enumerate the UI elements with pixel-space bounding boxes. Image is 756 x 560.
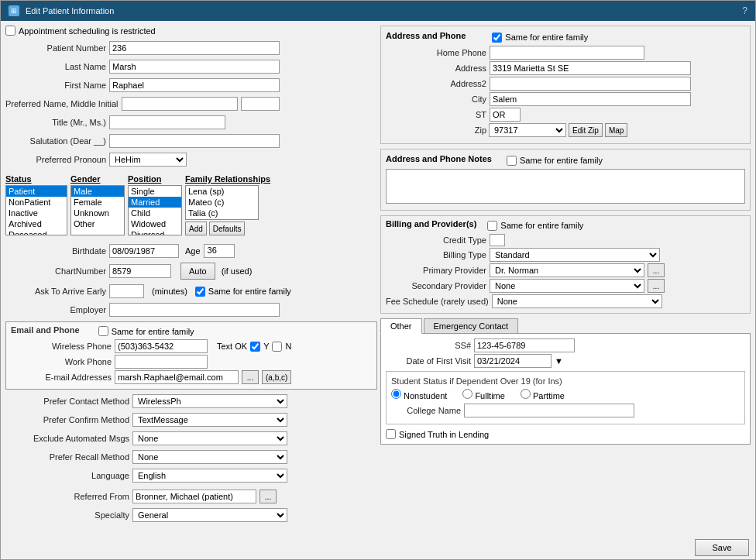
primary-provider-ellipsis[interactable]: ... <box>648 263 665 277</box>
edit-zip-button[interactable]: Edit Zip <box>569 123 603 137</box>
status-inactive[interactable]: Inactive <box>6 208 67 218</box>
family-lena[interactable]: Lena (sp) <box>186 186 258 197</box>
title-input[interactable] <box>109 115 225 129</box>
status-patient[interactable]: Patient <box>6 186 67 197</box>
parttime-radio[interactable] <box>521 389 531 399</box>
referred-from-ellipsis[interactable]: ... <box>259 490 277 503</box>
referred-from-row: Referred From ... <box>5 490 377 503</box>
family-talia[interactable]: Talia (c) <box>186 208 258 218</box>
st-input[interactable] <box>490 108 521 122</box>
position-child[interactable]: Child <box>129 208 181 218</box>
language-select[interactable]: EnglishSpanishFrenchOther <box>132 469 287 483</box>
address-input[interactable] <box>490 61 691 75</box>
family-group: Family Relationships Lena (sp) Mateo (c)… <box>185 174 270 235</box>
family-mateo[interactable]: Mateo (c) <box>186 197 258 208</box>
city-input[interactable] <box>490 92 691 106</box>
gender-list[interactable]: Male Female Unknown Other <box>70 185 125 235</box>
position-single[interactable]: Single <box>129 186 181 197</box>
appt-restricted-checkbox[interactable] <box>5 26 15 36</box>
prefer-recall-row: Prefer Recall Method NoneEmailPhone <box>5 450 377 464</box>
signed-truth-checkbox[interactable] <box>386 429 396 439</box>
status-deceased[interactable]: Deceased <box>6 229 67 235</box>
tab-emergency[interactable]: Emergency Contact <box>424 318 519 333</box>
email-abc-button[interactable]: (a,b,c) <box>262 370 291 384</box>
first-visit-label: Date of First Visit <box>386 356 471 366</box>
save-button[interactable]: Save <box>695 539 749 556</box>
middle-initial-input[interactable] <box>241 97 280 111</box>
secondary-provider-ellipsis[interactable]: ... <box>648 279 665 293</box>
arrive-same-family-checkbox[interactable] <box>195 287 205 297</box>
email-same-family-label: Same for entire family <box>112 327 194 336</box>
position-divorced[interactable]: Divorced <box>129 229 181 235</box>
fee-schedule-select[interactable]: NoneStandard <box>492 294 662 308</box>
zip-select[interactable]: 97317 <box>489 123 566 137</box>
last-name-input[interactable] <box>109 60 280 74</box>
address2-input[interactable] <box>490 77 691 91</box>
salutation-input[interactable] <box>109 134 280 148</box>
city-label: City <box>386 94 486 104</box>
exclude-auto-row: Exclude Automated Msgs NoneAll <box>5 431 377 445</box>
first-name-input[interactable] <box>109 78 280 92</box>
map-button[interactable]: Map <box>605 123 627 137</box>
secondary-provider-select[interactable]: NoneDr. Norman <box>490 279 644 293</box>
family-list[interactable]: Lena (sp) Mateo (c) Talia (c) <box>185 185 259 220</box>
position-married[interactable]: Married <box>129 197 181 208</box>
employer-input[interactable] <box>109 303 280 317</box>
first-visit-dropdown[interactable]: ▼ <box>555 356 563 366</box>
help-button[interactable]: ? <box>742 5 747 16</box>
billing-type-select[interactable]: StandardOther <box>490 248 660 262</box>
status-list[interactable]: Patient NonPatient Inactive Archived Dec… <box>5 185 67 235</box>
position-list[interactable]: Single Married Child Widowed Divorced <box>128 185 182 235</box>
title-label: Title (Mr., Ms.) <box>5 118 106 127</box>
address-same-family-checkbox[interactable] <box>492 33 502 43</box>
tab-other[interactable]: Other <box>380 318 422 334</box>
position-widowed[interactable]: Widowed <box>129 218 181 229</box>
gender-male[interactable]: Male <box>71 186 124 197</box>
gender-female[interactable]: Female <box>71 197 124 208</box>
defaults-family-button[interactable]: Defaults <box>209 222 246 235</box>
email-input[interactable] <box>115 370 239 384</box>
pref-name-input[interactable] <box>122 97 238 111</box>
primary-provider-select[interactable]: Dr. NormanDr. Smith <box>490 263 644 277</box>
status-archived[interactable]: Archived <box>6 218 67 229</box>
referred-from-input[interactable] <box>132 490 256 503</box>
prefer-recall-select[interactable]: NoneEmailPhone <box>132 450 287 464</box>
main-content: Appointment scheduling is restricted Pat… <box>1 21 755 536</box>
chart-number-row: ChartNumber Auto (if used) <box>5 263 377 280</box>
text-ok-y-checkbox[interactable] <box>250 342 260 352</box>
text-ok-n-checkbox[interactable] <box>272 342 282 352</box>
notes-same-family-label: Same for entire family <box>520 156 603 165</box>
email-same-family-checkbox[interactable] <box>98 326 108 336</box>
patient-number-input[interactable]: 236 <box>109 41 280 55</box>
position-group: Position Single Married Child Widowed Di… <box>128 174 182 235</box>
prefer-confirm-select[interactable]: TextMessageEmailPhoneNone <box>132 413 287 427</box>
add-family-button[interactable]: Add <box>185 222 207 235</box>
work-phone-input[interactable] <box>115 355 208 369</box>
arrive-early-input[interactable] <box>109 284 144 298</box>
work-phone-label: Work Phone <box>11 357 112 366</box>
gender-other[interactable]: Other <box>71 218 124 229</box>
ss-row: SS# <box>386 338 745 352</box>
home-phone-input[interactable] <box>490 46 644 60</box>
chart-number-input[interactable] <box>109 264 171 278</box>
college-name-input[interactable] <box>464 404 634 417</box>
gender-unknown[interactable]: Unknown <box>71 208 124 218</box>
prefer-contact-select[interactable]: WirelessPhWorkPhoneEmailNone <box>132 394 287 408</box>
pref-name-row: Preferred Name, Middle Initial <box>5 97 377 111</box>
notes-textarea[interactable] <box>386 169 745 204</box>
ss-input[interactable] <box>474 338 575 352</box>
email-ellipsis-button[interactable]: ... <box>242 370 259 384</box>
notes-same-family-checkbox[interactable] <box>507 156 517 166</box>
auto-button[interactable]: Auto <box>180 263 215 280</box>
pref-pronoun-select[interactable]: HeHimSheHerTheyThemOther <box>109 153 187 167</box>
fulltime-radio[interactable] <box>462 389 472 399</box>
specialty-select[interactable]: GeneralOrthodonticsPediatric <box>132 508 287 522</box>
wireless-input[interactable] <box>115 339 208 353</box>
nonstudent-radio[interactable] <box>391 389 401 399</box>
exclude-auto-select[interactable]: NoneAll <box>132 431 287 445</box>
billing-same-family-checkbox[interactable] <box>487 221 497 231</box>
status-nonpatient[interactable]: NonPatient <box>6 197 67 208</box>
first-visit-input[interactable] <box>474 354 552 368</box>
gender-group: Gender Male Female Unknown Other <box>70 174 125 235</box>
birthdate-input[interactable] <box>109 244 179 258</box>
